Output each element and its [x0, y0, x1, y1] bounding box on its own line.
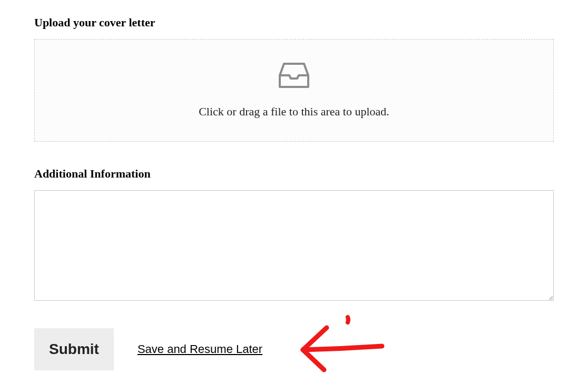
upload-label: Upload your cover letter — [34, 16, 554, 30]
save-resume-later-link[interactable]: Save and Resume Later — [138, 342, 262, 356]
cover-letter-upload-dropzone[interactable]: Click or drag a file to this area to upl… — [34, 39, 554, 142]
inbox-icon — [279, 63, 309, 91]
submit-button[interactable]: Submit — [34, 328, 114, 370]
form-actions: Submit Save and Resume Later — [34, 328, 554, 370]
additional-information-textarea[interactable] — [34, 190, 554, 301]
upload-instruction-text: Click or drag a file to this area to upl… — [199, 105, 389, 119]
additional-information-label: Additional Information — [34, 167, 554, 181]
